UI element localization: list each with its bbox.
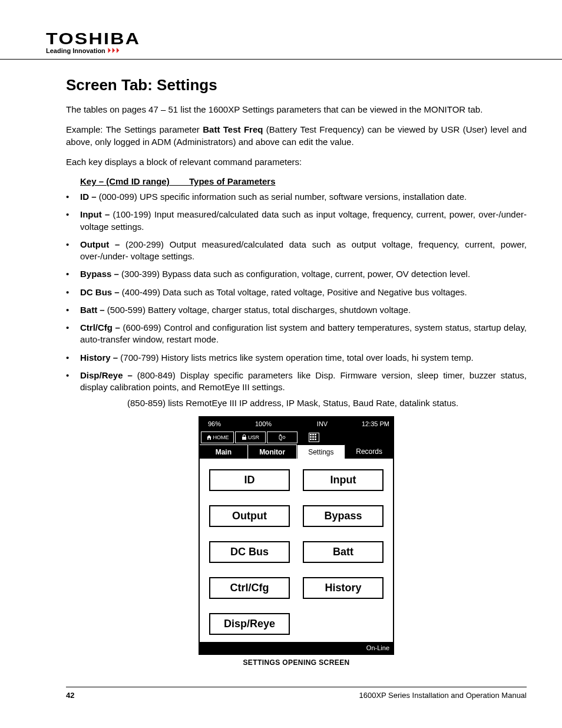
status-time: 12:35 PM (347, 417, 393, 430)
bullet-desc: (600-699) Control and configuration list… (80, 322, 527, 344)
brand-logo: TOSHIBA (46, 29, 562, 48)
example-pre: Example: The Settings parameter (66, 124, 203, 134)
tab-settings[interactable]: Settings (297, 444, 345, 459)
bullet-key: Batt – (80, 305, 107, 315)
svg-rect-7 (310, 439, 312, 440)
toolbar: HOME USR (200, 430, 393, 444)
home-button[interactable]: HOME (201, 431, 234, 443)
bullet-item: Disp/Reye – (800-849) Display specific p… (66, 370, 527, 394)
tab-main[interactable]: Main (200, 444, 248, 459)
bullet-item: Ctrl/Cfg – (600-699) Control and configu… (66, 322, 527, 346)
tab-bar: Main Monitor Settings Records (200, 444, 393, 459)
intro-text: The tables on pages 47 – 51 list the 160… (66, 104, 527, 116)
bullet-item: Input – (100-199) Input measured/calcula… (66, 209, 527, 233)
bullet-desc: (400-499) Data such as Total voltage, ra… (122, 287, 467, 297)
example-bold: Batt Test Freq (203, 124, 263, 134)
svg-rect-8 (312, 439, 314, 440)
status-pct2: 100% (229, 417, 297, 430)
bullet-item: ID – (000-099) UPS specific information … (66, 191, 527, 203)
status-pct1: 96% (200, 417, 229, 430)
status-mode: INV (297, 417, 347, 430)
page-footer: 42 1600XP Series Installation and Operat… (66, 687, 527, 700)
bullet-item: Bypass – (300-399) Bypass data such as c… (66, 268, 527, 280)
svg-rect-3 (315, 434, 316, 436)
settings-key-history[interactable]: History (303, 577, 384, 599)
settings-key-bypass[interactable]: Bypass (303, 505, 384, 527)
bullet-desc: (500-599) Battery voltage, charger statu… (107, 305, 411, 315)
usr-label: USR (248, 434, 259, 440)
bullet-key: Disp/Reye – (80, 370, 137, 380)
settings-key-disp-reye[interactable]: Disp/Reye (209, 613, 290, 635)
settings-key-dc-bus[interactable]: DC Bus (209, 541, 290, 563)
bullet-key: History – (80, 353, 120, 363)
device-screen: 96% 100% INV 12:35 PM HOME (199, 416, 394, 655)
svg-rect-9 (315, 439, 316, 440)
bullet-key: Bypass – (80, 269, 121, 279)
example-text: Example: The Settings parameter Batt Tes… (66, 124, 527, 148)
bullet-item: Batt – (500-599) Battery voltage, charge… (66, 304, 527, 316)
settings-key-id[interactable]: ID (209, 469, 290, 491)
svg-rect-5 (312, 436, 314, 438)
plug-icon (278, 434, 286, 441)
bullet-desc: (000-099) UPS specific information such … (99, 192, 467, 202)
bullet-desc: (800-849) Display specific parameters li… (80, 370, 527, 392)
bullet-key: Output – (80, 239, 125, 249)
sub-indent-line: (850-859) lists RemotEye III IP address,… (127, 398, 527, 408)
settings-key-batt[interactable]: Batt (303, 541, 384, 563)
bullet-item: History – (700-799) History lists metric… (66, 352, 527, 364)
bullet-list: ID – (000-099) UPS specific information … (66, 191, 527, 393)
bullet-desc: (700-799) History lists metrics like sys… (120, 353, 473, 363)
page-title: Screen Tab: Settings (66, 76, 527, 94)
svg-rect-2 (312, 434, 314, 436)
tab-monitor[interactable]: Monitor (248, 444, 297, 459)
home-label: HOME (213, 434, 229, 440)
bullet-desc: (100-199) Input measured/calculated data… (80, 209, 527, 231)
status-bar: 96% 100% INV 12:35 PM (200, 417, 393, 430)
lock-icon (242, 434, 247, 440)
bullet-key: Input – (80, 209, 113, 219)
device-figure: 96% 100% INV 12:35 PM HOME (199, 416, 394, 667)
page-number: 42 (66, 691, 74, 700)
usr-button[interactable]: USR (235, 431, 266, 443)
bullet-key: ID – (80, 192, 99, 202)
device-footer: On-Line (200, 642, 393, 654)
key-header-line: Key – (Cmd ID range) Types of Parameters (80, 176, 527, 186)
keypad-button[interactable] (299, 431, 329, 443)
home-icon (206, 434, 212, 440)
bullet-item: DC Bus – (400-499) Data such as Total vo… (66, 286, 527, 298)
tab-records[interactable]: Records (345, 444, 393, 459)
settings-key-input[interactable]: Input (303, 469, 384, 491)
svg-rect-4 (310, 436, 312, 438)
svg-rect-1 (310, 434, 312, 436)
settings-key-grid: IDInputOutputBypassDC BusBattCtrl/CfgHis… (200, 459, 393, 642)
bullet-key: DC Bus – (80, 287, 122, 297)
manual-title: 1600XP Series Installation and Operation… (359, 691, 527, 700)
bullet-desc: (300-399) Bypass data such as configurat… (121, 269, 470, 279)
keypad-icon (309, 433, 319, 442)
bullet-desc: (200-299) Output measured/calculated dat… (80, 239, 527, 261)
header-rule (0, 59, 562, 60)
plug-button[interactable] (267, 431, 297, 443)
bullet-item: Output – (200-299) Output measured/calcu… (66, 239, 527, 263)
settings-key-ctrl-cfg[interactable]: Ctrl/Cfg (209, 577, 290, 599)
figure-caption: SETTINGS OPENING SCREEN (199, 658, 394, 667)
svg-rect-6 (315, 436, 316, 438)
bullet-key: Ctrl/Cfg – (80, 322, 123, 332)
settings-key-output[interactable]: Output (209, 505, 290, 527)
each-key-text: Each key displays a block of relevant co… (66, 156, 527, 168)
